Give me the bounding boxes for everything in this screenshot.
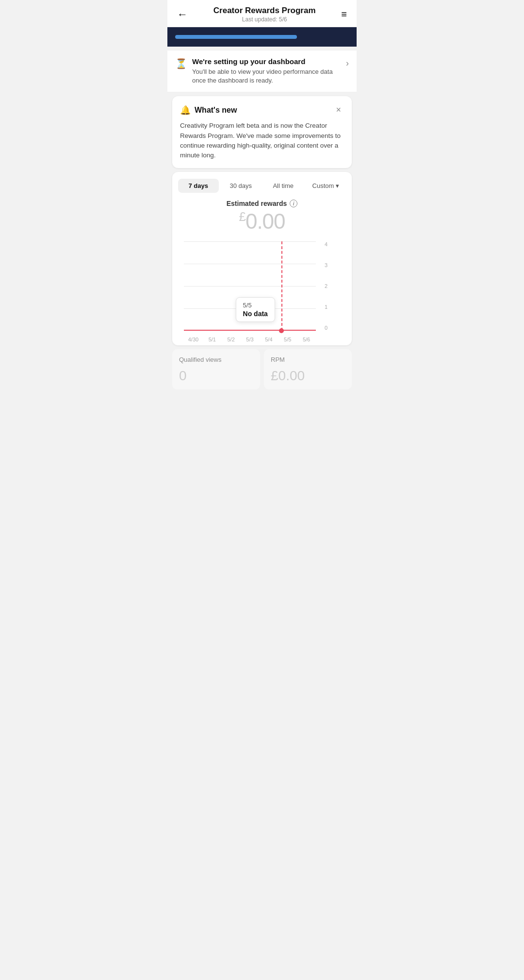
chart-dot [279,328,284,333]
chart-inner: 4 3 2 1 0 5/5 No data 4/30 5/1 5/2 [184,241,328,342]
rewards-label: Estimated rewards i [184,200,340,207]
rewards-value: £0.00 [184,209,340,234]
x-label-430: 4/30 [184,337,203,342]
info-icon[interactable]: i [290,200,297,207]
bell-icon: 🔔 [180,105,191,116]
y-label-0: 0 [325,325,328,331]
rpm-value: £0.00 [271,368,345,384]
setup-title: We're setting up your dashboard [192,57,346,66]
whats-new-title-row: 🔔 What's new [180,105,237,116]
x-label-55: 5/5 [278,337,297,342]
rpm-label: RPM [271,356,345,363]
whats-new-card: 🔔 What's new × Creativity Program left b… [172,96,352,168]
tooltip-value: No data [243,310,268,318]
whats-new-header: 🔔 What's new × [180,104,344,116]
rpm-currency: £ [271,368,278,383]
x-label-53: 5/3 [241,337,260,342]
gridline [184,264,316,264]
rewards-amount: 0.00 [246,209,285,233]
setup-banner-left: ⏳ We're setting up your dashboard You'll… [175,57,346,85]
x-label-52: 5/2 [222,337,241,342]
x-label-56: 5/6 [297,337,316,342]
chart-container: 4 3 2 1 0 5/5 No data 4/30 5/1 5/2 [178,238,346,345]
y-label-2: 2 [325,283,328,289]
tab-custom[interactable]: Custom ▾ [306,179,346,193]
x-label-54: 5/4 [259,337,278,342]
hourglass-icon: ⏳ [175,58,187,69]
menu-button[interactable]: ≡ [339,7,349,22]
time-tabs: 7 days 30 days All time Custom ▾ [178,179,346,193]
setup-description: You'll be able to view your video perfor… [192,68,346,85]
tab-7days[interactable]: 7 days [178,179,219,193]
rewards-section: Estimated rewards i £0.00 [178,200,346,238]
rpm-amount: 0.00 [278,368,305,383]
chart-y-labels: 4 3 2 1 0 [316,241,328,331]
tab-30days[interactable]: 30 days [221,179,262,193]
chart-dashed-line [281,241,282,331]
stat-card-rpm: RPM £0.00 [264,349,352,389]
time-filter-card: 7 days 30 days All time Custom ▾ Estimat… [172,172,352,345]
chevron-right-icon[interactable]: › [346,58,349,68]
x-label-51: 5/1 [203,337,222,342]
qualified-views-value: 0 [179,368,253,384]
qualified-views-label: Qualified views [179,356,253,363]
tab-all-time[interactable]: All time [263,179,304,193]
y-label-4: 4 [325,241,328,247]
setup-text-block: We're setting up your dashboard You'll b… [192,57,346,85]
y-label-1: 1 [325,304,328,310]
stats-row: Qualified views 0 RPM £0.00 [172,349,352,389]
whats-new-body: Creativity Program left beta and is now … [180,121,344,160]
gridline [184,241,316,242]
chart-red-line [184,330,316,331]
header-title-block: Creator Rewards Program Last updated: 5/… [213,6,316,23]
whats-new-title: What's new [195,106,237,115]
tooltip-date: 5/5 [243,302,268,309]
page-title: Creator Rewards Program [213,6,316,16]
chart-tooltip: 5/5 No data [236,297,275,322]
back-button[interactable]: ← [175,6,190,23]
rewards-currency: £ [239,210,245,224]
progress-bar-area [167,27,357,47]
stat-card-qualified-views: Qualified views 0 [172,349,260,389]
header: ← Creator Rewards Program Last updated: … [167,0,357,27]
setup-banner[interactable]: ⏳ We're setting up your dashboard You'll… [167,51,357,92]
close-button[interactable]: × [333,104,344,116]
progress-bar [175,35,297,39]
gridline [184,286,316,287]
chart-x-labels: 4/30 5/1 5/2 5/3 5/4 5/5 5/6 [184,337,316,342]
last-updated: Last updated: 5/6 [213,16,316,23]
y-label-3: 3 [325,262,328,268]
